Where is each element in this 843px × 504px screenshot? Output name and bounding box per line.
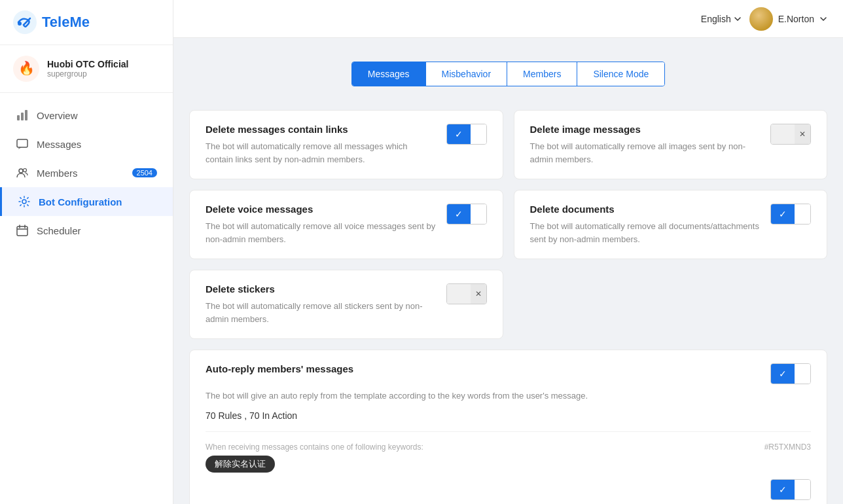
card-delete-voice-desc: The bot will automatically remove all vo… (206, 220, 436, 245)
toggle-delete-links[interactable]: ✓ (446, 124, 487, 145)
toggle-check-icon[interactable]: ✓ (771, 204, 795, 225)
cards-grid: Delete messages contain links The bot wi… (189, 110, 827, 259)
logo-area: TeleMe (0, 0, 173, 45)
card-delete-links: Delete messages contain links The bot wi… (189, 110, 503, 179)
user-name: E.Norton (778, 14, 814, 24)
card-delete-voice-title: Delete voice messages (206, 204, 436, 215)
group-type: supergroup (47, 69, 128, 79)
toggle-check-icon[interactable] (771, 124, 795, 145)
sidebar-item-overview[interactable]: Overview (0, 101, 173, 130)
keyword-tag: 解除实名认证 (206, 456, 275, 473)
auto-reply-desc: The bot will give an auto reply from the… (206, 389, 811, 403)
toggle-check-icon[interactable]: ✓ (447, 204, 471, 225)
chart-icon (16, 109, 29, 122)
svg-rect-7 (17, 139, 27, 147)
svg-rect-4 (17, 115, 20, 120)
stickers-row: Delete stickers The bot will automatical… (189, 270, 827, 339)
toggle-x-icon[interactable] (795, 479, 810, 500)
tabs-container: Messages Misbehavior Members Silence Mod… (351, 62, 665, 86)
tab-messages[interactable]: Messages (352, 62, 426, 86)
members-badge: 2504 (132, 168, 157, 177)
svg-point-10 (22, 200, 26, 204)
toggle-rule[interactable]: ✓ (770, 479, 811, 500)
card-delete-links-title: Delete messages contain links (206, 124, 436, 135)
svg-text:🔥: 🔥 (18, 60, 35, 76)
nav-menu: Overview Messages (0, 93, 173, 504)
toggle-delete-stickers[interactable]: ✕ (446, 283, 487, 304)
calendar-icon (16, 224, 29, 237)
toggle-check-icon[interactable]: ✓ (771, 363, 795, 384)
toggle-delete-voice[interactable]: ✓ (446, 204, 487, 225)
toggle-x-icon[interactable] (795, 363, 810, 384)
messages-label: Messages (37, 139, 81, 150)
rule-toggle-row: ✓ (206, 479, 811, 505)
svg-rect-11 (17, 226, 27, 236)
toggle-check-icon[interactable]: ✓ (771, 479, 795, 500)
svg-point-8 (19, 169, 23, 173)
sidebar-item-messages[interactable]: Messages (0, 130, 173, 158)
card-delete-stickers-desc: The bot will automatically remove all st… (206, 300, 436, 325)
avatar (749, 7, 773, 31)
tab-members[interactable]: Members (507, 62, 577, 86)
group-icon: 🔥 (13, 56, 39, 82)
message-icon (16, 137, 29, 151)
auto-reply-title: Auto-reply members' messages (206, 363, 353, 374)
user-chevron-down-icon (819, 15, 827, 23)
auto-reply-title-area: Auto-reply members' messages (206, 363, 353, 374)
toggle-x-icon[interactable] (471, 204, 486, 225)
card-delete-documents: Delete documents The bot will automatica… (514, 190, 828, 259)
card-delete-links-desc: The bot will automatically remove all me… (206, 140, 436, 166)
card-auto-reply: Auto-reply members' messages ✓ The bot w… (189, 350, 827, 504)
rules-count: 70 Rules , 70 In Action (206, 410, 811, 421)
svg-rect-5 (21, 113, 24, 120)
toggle-check-icon[interactable]: ✓ (447, 124, 471, 145)
rule-item-header: When receiving messages contains one of … (206, 442, 811, 452)
rule-id: #R5TXMND3 (764, 442, 811, 452)
toggle-x-icon[interactable] (795, 204, 810, 225)
toggle-auto-reply[interactable]: ✓ (770, 363, 811, 384)
user-info[interactable]: E.Norton (749, 7, 827, 31)
svg-point-0 (13, 10, 37, 34)
logo-text: TeleMe (42, 14, 90, 31)
card-delete-documents-desc: The bot will automatically remove all do… (530, 220, 761, 245)
sidebar-item-scheduler[interactable]: Scheduler (0, 216, 173, 245)
toggle-delete-documents[interactable]: ✓ (770, 204, 811, 225)
card-delete-links-text: Delete messages contain links The bot wi… (206, 124, 436, 166)
gear-icon (18, 195, 31, 208)
sidebar-item-bot-configuration[interactable]: Bot Configuration (0, 187, 173, 216)
svg-point-9 (24, 169, 27, 172)
card-delete-images-text: Delete image messages The bot will autom… (530, 124, 761, 166)
card-delete-images: Delete image messages The bot will autom… (514, 110, 828, 179)
tab-silence-mode[interactable]: Silence Mode (577, 62, 664, 86)
card-delete-voice: Delete voice messages The bot will autom… (189, 190, 503, 259)
language-selector[interactable]: English (701, 14, 742, 24)
sidebar: TeleMe 🔥 Huobi OTC Official supergroup (0, 0, 173, 504)
rule-item: When receiving messages contains one of … (206, 431, 811, 505)
toggle-x-icon[interactable] (471, 124, 486, 145)
people-icon (16, 166, 29, 179)
toggle-delete-images[interactable]: ✕ (770, 124, 811, 145)
members-label: Members (37, 168, 78, 179)
lang-chevron-down-icon (734, 15, 742, 23)
header-right: English E.Norton (701, 7, 827, 31)
main-content: English E.Norton Messages (173, 0, 843, 504)
svg-point-1 (18, 22, 22, 26)
bot-config-label: Bot Configuration (39, 196, 122, 207)
toggle-x-icon[interactable]: ✕ (795, 124, 810, 145)
scheduler-label: Scheduler (37, 225, 81, 236)
card-delete-stickers-title: Delete stickers (206, 283, 436, 295)
card-delete-images-desc: The bot will automatically remove all im… (530, 140, 761, 166)
auto-reply-header: Auto-reply members' messages ✓ (206, 363, 811, 384)
svg-rect-6 (25, 110, 27, 120)
card-delete-voice-text: Delete voice messages The bot will autom… (206, 204, 436, 245)
tab-misbehavior[interactable]: Misbehavior (426, 62, 507, 86)
group-name: Huobi OTC Official (47, 59, 128, 69)
toggle-check-icon[interactable] (447, 283, 471, 304)
teleme-logo-icon (13, 10, 37, 34)
sidebar-item-members[interactable]: Members 2504 (0, 158, 173, 187)
group-details: Huobi OTC Official supergroup (47, 59, 128, 79)
language-label: English (701, 14, 731, 24)
card-delete-documents-text: Delete documents The bot will automatica… (530, 204, 761, 245)
toggle-x-icon[interactable]: ✕ (471, 283, 486, 304)
card-delete-stickers-text: Delete stickers The bot will automatical… (206, 283, 436, 325)
